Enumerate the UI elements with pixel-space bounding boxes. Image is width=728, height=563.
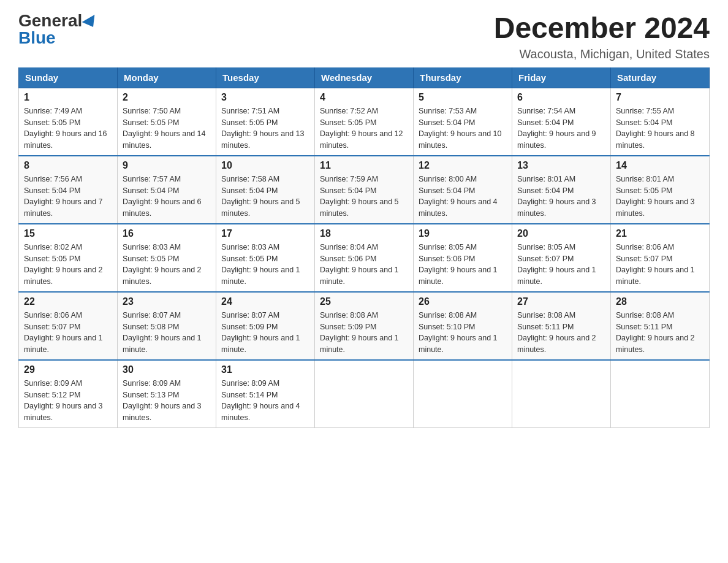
day-number: 1 [24, 92, 112, 103]
day-info: Sunrise: 8:03 AM Sunset: 5:05 PM Dayligh… [221, 242, 309, 288]
calendar-header: Sunday Monday Tuesday Wednesday Thursday… [19, 67, 710, 88]
day-number: 4 [320, 92, 408, 103]
col-thursday: Thursday [414, 67, 512, 88]
day-number: 22 [24, 296, 112, 307]
day-cell: 6 Sunrise: 7:54 AM Sunset: 5:04 PM Dayli… [512, 88, 611, 156]
logo-blue-text: Blue [18, 28, 56, 47]
day-info: Sunrise: 8:01 AM Sunset: 5:05 PM Dayligh… [616, 174, 704, 220]
day-cell: 22 Sunrise: 8:06 AM Sunset: 5:07 PM Dayl… [19, 292, 118, 360]
calendar-table: Sunday Monday Tuesday Wednesday Thursday… [18, 67, 710, 428]
logo-top-line: General [18, 12, 98, 29]
col-friday: Friday [512, 67, 611, 88]
col-saturday: Saturday [611, 67, 710, 88]
day-number: 10 [221, 160, 309, 171]
logo-arrow-icon [82, 15, 100, 31]
title-section: December 2024 Wacousta, Michigan, United… [494, 12, 710, 61]
day-cell: 15 Sunrise: 8:02 AM Sunset: 5:05 PM Dayl… [19, 224, 118, 292]
day-number: 20 [517, 228, 605, 239]
day-info: Sunrise: 8:06 AM Sunset: 5:07 PM Dayligh… [616, 242, 704, 288]
day-cell: 10 Sunrise: 7:58 AM Sunset: 5:04 PM Dayl… [216, 156, 315, 224]
day-cell: 14 Sunrise: 8:01 AM Sunset: 5:05 PM Dayl… [611, 156, 710, 224]
calendar-body: 1 Sunrise: 7:49 AM Sunset: 5:05 PM Dayli… [19, 88, 710, 427]
day-number: 23 [123, 296, 211, 307]
day-info: Sunrise: 8:09 AM Sunset: 5:13 PM Dayligh… [123, 378, 211, 424]
day-number: 2 [123, 92, 211, 103]
day-cell: 17 Sunrise: 8:03 AM Sunset: 5:05 PM Dayl… [216, 224, 315, 292]
day-info: Sunrise: 7:50 AM Sunset: 5:05 PM Dayligh… [123, 105, 211, 151]
day-number: 6 [517, 92, 605, 103]
day-info: Sunrise: 7:52 AM Sunset: 5:05 PM Dayligh… [320, 105, 408, 151]
day-info: Sunrise: 7:57 AM Sunset: 5:04 PM Dayligh… [123, 174, 211, 220]
day-info: Sunrise: 7:54 AM Sunset: 5:04 PM Dayligh… [517, 105, 605, 151]
day-info: Sunrise: 8:09 AM Sunset: 5:12 PM Dayligh… [24, 378, 112, 424]
day-info: Sunrise: 7:58 AM Sunset: 5:04 PM Dayligh… [221, 174, 309, 220]
day-cell: 29 Sunrise: 8:09 AM Sunset: 5:12 PM Dayl… [19, 360, 118, 428]
day-cell: 27 Sunrise: 8:08 AM Sunset: 5:11 PM Dayl… [512, 292, 611, 360]
day-cell: 21 Sunrise: 8:06 AM Sunset: 5:07 PM Dayl… [611, 224, 710, 292]
day-info: Sunrise: 7:56 AM Sunset: 5:04 PM Dayligh… [24, 174, 112, 220]
day-info: Sunrise: 8:05 AM Sunset: 5:06 PM Dayligh… [419, 242, 507, 288]
day-cell: 5 Sunrise: 7:53 AM Sunset: 5:04 PM Dayli… [414, 88, 512, 156]
day-number: 31 [221, 364, 309, 375]
day-cell: 2 Sunrise: 7:50 AM Sunset: 5:05 PM Dayli… [118, 88, 216, 156]
day-number: 11 [320, 160, 408, 171]
day-info: Sunrise: 8:08 AM Sunset: 5:11 PM Dayligh… [517, 310, 605, 356]
week-row-2: 8 Sunrise: 7:56 AM Sunset: 5:04 PM Dayli… [19, 156, 710, 224]
day-number: 17 [221, 228, 309, 239]
col-monday: Monday [118, 67, 216, 88]
day-cell: 23 Sunrise: 8:07 AM Sunset: 5:08 PM Dayl… [118, 292, 216, 360]
day-cell: 4 Sunrise: 7:52 AM Sunset: 5:05 PM Dayli… [315, 88, 414, 156]
empty-day-cell [414, 360, 512, 428]
day-cell: 31 Sunrise: 8:09 AM Sunset: 5:14 PM Dayl… [216, 360, 315, 428]
day-cell: 28 Sunrise: 8:08 AM Sunset: 5:11 PM Dayl… [611, 292, 710, 360]
col-wednesday: Wednesday [315, 67, 414, 88]
day-number: 16 [123, 228, 211, 239]
day-number: 5 [419, 92, 507, 103]
logo-bottom-line: Blue [18, 29, 56, 47]
day-number: 24 [221, 296, 309, 307]
week-row-4: 22 Sunrise: 8:06 AM Sunset: 5:07 PM Dayl… [19, 292, 710, 360]
day-number: 25 [320, 296, 408, 307]
week-row-3: 15 Sunrise: 8:02 AM Sunset: 5:05 PM Dayl… [19, 224, 710, 292]
empty-day-cell [315, 360, 414, 428]
day-info: Sunrise: 8:00 AM Sunset: 5:04 PM Dayligh… [419, 174, 507, 220]
empty-day-cell [512, 360, 611, 428]
day-cell: 13 Sunrise: 8:01 AM Sunset: 5:04 PM Dayl… [512, 156, 611, 224]
day-number: 26 [419, 296, 507, 307]
day-number: 9 [123, 160, 211, 171]
day-info: Sunrise: 7:51 AM Sunset: 5:05 PM Dayligh… [221, 105, 309, 151]
day-cell: 3 Sunrise: 7:51 AM Sunset: 5:05 PM Dayli… [216, 88, 315, 156]
day-cell: 12 Sunrise: 8:00 AM Sunset: 5:04 PM Dayl… [414, 156, 512, 224]
day-info: Sunrise: 8:08 AM Sunset: 5:11 PM Dayligh… [616, 310, 704, 356]
logo-general-text: General [18, 11, 82, 30]
day-info: Sunrise: 8:01 AM Sunset: 5:04 PM Dayligh… [517, 174, 605, 220]
day-cell: 19 Sunrise: 8:05 AM Sunset: 5:06 PM Dayl… [414, 224, 512, 292]
week-row-5: 29 Sunrise: 8:09 AM Sunset: 5:12 PM Dayl… [19, 360, 710, 428]
day-number: 12 [419, 160, 507, 171]
day-cell: 24 Sunrise: 8:07 AM Sunset: 5:09 PM Dayl… [216, 292, 315, 360]
day-cell: 11 Sunrise: 7:59 AM Sunset: 5:04 PM Dayl… [315, 156, 414, 224]
day-cell: 25 Sunrise: 8:08 AM Sunset: 5:09 PM Dayl… [315, 292, 414, 360]
day-info: Sunrise: 8:02 AM Sunset: 5:05 PM Dayligh… [24, 242, 112, 288]
day-cell: 18 Sunrise: 8:04 AM Sunset: 5:06 PM Dayl… [315, 224, 414, 292]
logo: General Blue [18, 12, 98, 47]
day-cell: 16 Sunrise: 8:03 AM Sunset: 5:05 PM Dayl… [118, 224, 216, 292]
day-cell: 7 Sunrise: 7:55 AM Sunset: 5:04 PM Dayli… [611, 88, 710, 156]
day-number: 29 [24, 364, 112, 375]
day-cell: 9 Sunrise: 7:57 AM Sunset: 5:04 PM Dayli… [118, 156, 216, 224]
day-cell: 8 Sunrise: 7:56 AM Sunset: 5:04 PM Dayli… [19, 156, 118, 224]
day-number: 13 [517, 160, 605, 171]
day-info: Sunrise: 8:07 AM Sunset: 5:09 PM Dayligh… [221, 310, 309, 356]
day-number: 7 [616, 92, 704, 103]
day-info: Sunrise: 8:03 AM Sunset: 5:05 PM Dayligh… [123, 242, 211, 288]
month-title: December 2024 [494, 12, 710, 45]
location-subtitle: Wacousta, Michigan, United States [494, 47, 710, 61]
day-number: 18 [320, 228, 408, 239]
page-header: General Blue December 2024 Wacousta, Mic… [18, 12, 710, 61]
day-cell: 1 Sunrise: 7:49 AM Sunset: 5:05 PM Dayli… [19, 88, 118, 156]
day-info: Sunrise: 8:08 AM Sunset: 5:09 PM Dayligh… [320, 310, 408, 356]
day-info: Sunrise: 8:05 AM Sunset: 5:07 PM Dayligh… [517, 242, 605, 288]
day-number: 8 [24, 160, 112, 171]
day-number: 21 [616, 228, 704, 239]
day-info: Sunrise: 7:53 AM Sunset: 5:04 PM Dayligh… [419, 105, 507, 151]
